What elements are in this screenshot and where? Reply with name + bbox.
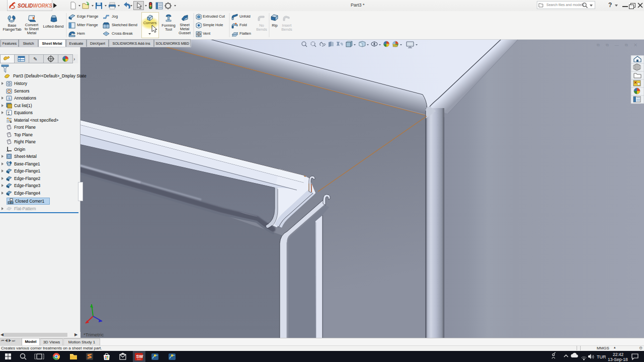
svg-text:13-Sep-18: 13-Sep-18 xyxy=(608,357,628,362)
svg-text:2017: 2017 xyxy=(137,358,142,360)
svg-text:›: › xyxy=(73,56,75,62)
svg-text:TUR: TUR xyxy=(597,354,606,359)
svg-text:*Trimetric: *Trimetric xyxy=(84,332,104,337)
svg-text:A: A xyxy=(8,97,11,101)
svg-text:✎: ✎ xyxy=(33,56,37,62)
svg-text:Σ: Σ xyxy=(8,111,10,116)
svg-text:22:42: 22:42 xyxy=(613,352,624,357)
